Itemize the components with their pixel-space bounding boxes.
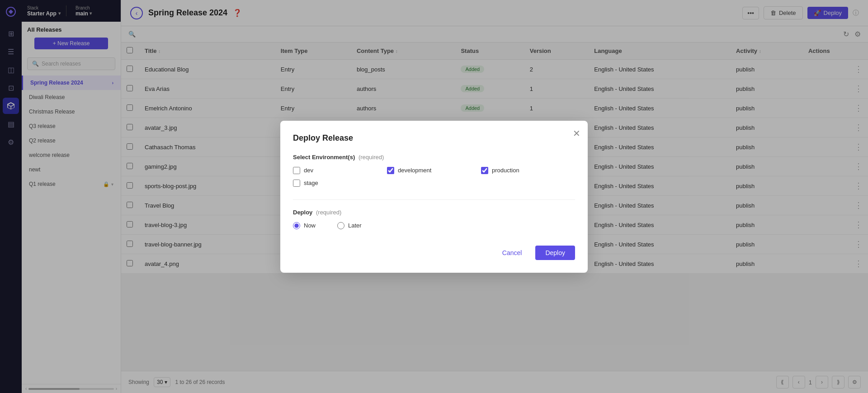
- env-development-checkbox[interactable]: [387, 167, 394, 174]
- env-dev: dev: [293, 167, 387, 174]
- env-production: production: [481, 167, 575, 174]
- deploy-timing-section: Deploy (required) Now Later: [293, 209, 575, 229]
- modal-title: Deploy Release: [293, 133, 575, 143]
- deploy-later-radio[interactable]: [337, 222, 344, 229]
- modal-close-button[interactable]: ✕: [573, 128, 580, 139]
- deploy-timing-radios: Now Later: [293, 222, 575, 229]
- environment-checkboxes: dev development production stage: [293, 167, 575, 187]
- deploy-release-modal: ✕ Deploy Release Select Environment(s) (…: [280, 121, 588, 273]
- env-development: development: [387, 167, 481, 174]
- deploy-now-radio[interactable]: [293, 222, 300, 229]
- modal-overlay[interactable]: ✕ Deploy Release Select Environment(s) (…: [0, 0, 868, 393]
- modal-divider: [293, 199, 575, 200]
- deploy-label: Deploy (required): [293, 209, 575, 216]
- select-env-label: Select Environment(s) (required): [293, 154, 575, 161]
- env-production-checkbox[interactable]: [481, 167, 488, 174]
- env-dev-label: dev: [304, 167, 313, 174]
- env-production-label: production: [492, 167, 519, 174]
- env-stage-label: stage: [304, 180, 318, 186]
- cancel-button[interactable]: Cancel: [494, 246, 530, 260]
- env-dev-checkbox[interactable]: [293, 167, 300, 174]
- modal-deploy-button[interactable]: Deploy: [535, 246, 575, 260]
- modal-footer: Cancel Deploy: [293, 242, 575, 260]
- deploy-later-label: Later: [348, 222, 362, 229]
- env-development-label: development: [398, 167, 431, 174]
- env-stage: stage: [293, 180, 387, 187]
- deploy-now-label: Now: [304, 222, 316, 229]
- deploy-later: Later: [337, 222, 362, 229]
- env-stage-checkbox[interactable]: [293, 180, 300, 187]
- deploy-now: Now: [293, 222, 316, 229]
- select-env-section: Select Environment(s) (required) dev dev…: [293, 154, 575, 187]
